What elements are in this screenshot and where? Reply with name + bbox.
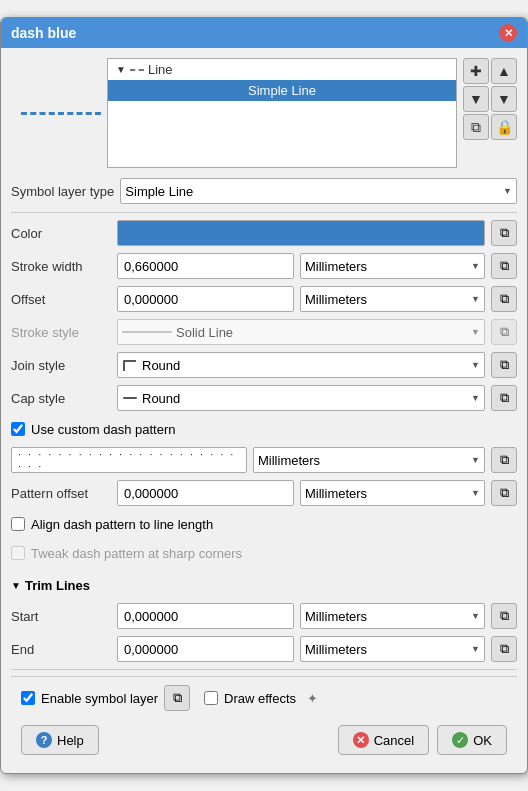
- offset-units[interactable]: Millimeters ▼ MillimetersPixelsPoints: [300, 286, 485, 312]
- stroke-style-arrow: ▼: [471, 327, 480, 337]
- trim-lines-header: ▼ Trim Lines: [11, 578, 517, 593]
- color-button[interactable]: [117, 220, 485, 246]
- align-dash-row: Align dash pattern to line length: [11, 512, 517, 536]
- cancel-button[interactable]: ✕ Cancel: [338, 725, 429, 755]
- dash-units[interactable]: Millimeters ▼ MillimetersPixelsPoints: [253, 447, 485, 473]
- color-row: Color ⧉: [11, 219, 517, 247]
- join-style-row: Join style Round ▼ RoundMiterBevel: [11, 351, 517, 379]
- offset-input[interactable]: [118, 287, 294, 311]
- remove-layer-button[interactable]: ▲: [491, 58, 517, 84]
- draw-effects-checkbox[interactable]: [204, 691, 218, 705]
- dash-pattern-dots: · · · · · · · · · · · · · · · · · · · · …: [18, 448, 240, 472]
- title-text: dash blue: [11, 25, 76, 41]
- trim-end-copy-btn[interactable]: ⧉: [491, 636, 517, 662]
- dialog-window: dash blue ✕ ▼ Line Simple Line ✚: [0, 17, 528, 774]
- align-dash-checkbox[interactable]: [11, 517, 25, 531]
- stroke-width-row: Stroke width ✕ ▲ ▼ Millimeters ▼ Mill: [11, 252, 517, 280]
- add-layer-button[interactable]: ✚: [463, 58, 489, 84]
- color-copy-btn[interactable]: ⧉: [491, 220, 517, 246]
- symbol-layer-type-row: Symbol layer type Simple Line ▼ Simple L…: [11, 178, 517, 204]
- stroke-style-row: Stroke style Solid Line ▼ ⧉: [11, 318, 517, 346]
- symbol-layer-type-label: Symbol layer type: [11, 184, 114, 199]
- stroke-width-units[interactable]: Millimeters ▼ MillimetersPixelsPoints: [300, 253, 485, 279]
- stroke-width-input[interactable]: [118, 254, 294, 278]
- dash-copy-btn[interactable]: ⧉: [491, 447, 517, 473]
- separator-1: [11, 212, 517, 213]
- layer-buttons: ✚ ▲ ▼ ▼ ⧉ 🔒: [463, 58, 517, 168]
- custom-dash-label[interactable]: Use custom dash pattern: [31, 422, 176, 437]
- trim-end-input-wrap[interactable]: ▲ ▼: [117, 636, 294, 662]
- down-layer-button[interactable]: ▼: [491, 86, 517, 112]
- join-style-copy-btn[interactable]: ⧉: [491, 352, 517, 378]
- tree-item-simple-line-label: Simple Line: [248, 83, 316, 98]
- offset-copy-btn[interactable]: ⧉: [491, 286, 517, 312]
- layer-tree[interactable]: ▼ Line Simple Line: [107, 58, 457, 168]
- stroke-width-copy-btn[interactable]: ⧉: [491, 253, 517, 279]
- cap-style-copy-btn[interactable]: ⧉: [491, 385, 517, 411]
- dialog-content: ▼ Line Simple Line ✚ ▲ ▼ ▼ ⧉: [1, 48, 527, 773]
- trim-lines-label: Trim Lines: [25, 578, 90, 593]
- symbol-layer-type-select[interactable]: Simple Line ▼ Simple Line Marker Line Ar…: [120, 178, 517, 204]
- tree-item-line[interactable]: ▼ Line: [108, 59, 456, 80]
- up-layer-button[interactable]: ▼: [463, 86, 489, 112]
- trim-start-input[interactable]: [118, 604, 294, 628]
- lock-layer-button[interactable]: 🔒: [491, 114, 517, 140]
- bottom-bar: Enable symbol layer ⧉ Draw effects ✦: [11, 676, 517, 719]
- duplicate-layer-button[interactable]: ⧉: [463, 114, 489, 140]
- trim-start-label: Start: [11, 609, 111, 624]
- layer-btn-row-2: ▼ ▼: [463, 86, 517, 112]
- offset-row: Offset ▲ ▼ Millimeters ▼ MillimetersPixe…: [11, 285, 517, 313]
- cancel-icon: ✕: [353, 732, 369, 748]
- tree-arrow: ▼: [116, 64, 126, 75]
- dash-pattern-preview[interactable]: · · · · · · · · · · · · · · · · · · · · …: [11, 447, 247, 473]
- draw-effects-icon: ✦: [302, 688, 322, 708]
- trim-end-units[interactable]: Millimeters ▼ MillimetersPixelsPoints: [300, 636, 485, 662]
- pattern-offset-row: Pattern offset ▲ ▼ Millimeters ▼ Millime…: [11, 479, 517, 507]
- trim-start-copy-btn[interactable]: ⧉: [491, 603, 517, 629]
- offset-input-wrap[interactable]: ▲ ▼: [117, 286, 294, 312]
- trim-lines-arrow[interactable]: ▼: [11, 580, 21, 591]
- layer-preview-area: [11, 58, 101, 168]
- pattern-offset-label: Pattern offset: [11, 486, 111, 501]
- align-dash-label[interactable]: Align dash pattern to line length: [31, 517, 213, 532]
- action-buttons-row: ? Help ✕ Cancel ✓ OK: [11, 719, 517, 763]
- enable-symbol-label[interactable]: Enable symbol layer: [41, 691, 158, 706]
- ok-cancel-group: ✕ Cancel ✓ OK: [338, 725, 507, 755]
- dashed-line-preview: [21, 112, 101, 115]
- pattern-offset-input-wrap[interactable]: ▲ ▼: [117, 480, 294, 506]
- layer-btn-row-3: ⧉ 🔒: [463, 114, 517, 140]
- trim-start-units[interactable]: Millimeters ▼ MillimetersPixelsPoints: [300, 603, 485, 629]
- tweak-dash-row: Tweak dash pattern at sharp corners: [11, 541, 517, 565]
- ok-label: OK: [473, 733, 492, 748]
- dash-pattern-preview-row: · · · · · · · · · · · · · · · · · · · · …: [11, 446, 517, 474]
- separator-bottom: [11, 669, 517, 670]
- tweak-dash-checkbox: [11, 546, 25, 560]
- ok-icon: ✓: [452, 732, 468, 748]
- trim-end-input[interactable]: [118, 637, 294, 661]
- cancel-label: Cancel: [374, 733, 414, 748]
- cap-style-label: Cap style: [11, 391, 111, 406]
- close-button[interactable]: ✕: [499, 24, 517, 42]
- stroke-style-display: Solid Line ▼: [122, 325, 480, 340]
- enable-symbol-copy-btn[interactable]: ⧉: [164, 685, 190, 711]
- trim-end-row: End ▲ ▼ Millimeters ▼ MillimetersPixelsP…: [11, 635, 517, 663]
- cap-style-select[interactable]: Round ▼ RoundFlatSquare: [117, 385, 485, 411]
- stroke-style-value: Solid Line: [176, 325, 233, 340]
- draw-effects-label[interactable]: Draw effects: [224, 691, 296, 706]
- enable-symbol-checkbox[interactable]: [21, 691, 35, 705]
- pattern-offset-units[interactable]: Millimeters ▼ MillimetersPixelsPoints: [300, 480, 485, 506]
- form-section: Color ⧉ Stroke width ✕ ▲ ▼ Millimete: [11, 219, 517, 663]
- offset-label: Offset: [11, 292, 111, 307]
- join-style-label: Join style: [11, 358, 111, 373]
- custom-dash-checkbox[interactable]: [11, 422, 25, 436]
- help-button[interactable]: ? Help: [21, 725, 99, 755]
- stroke-width-input-wrap[interactable]: ✕ ▲ ▼: [117, 253, 294, 279]
- join-style-select[interactable]: Round ▼ RoundMiterBevel: [117, 352, 485, 378]
- tree-item-simple-line[interactable]: Simple Line: [108, 80, 456, 101]
- ok-button[interactable]: ✓ OK: [437, 725, 507, 755]
- trim-start-input-wrap[interactable]: ▲ ▼: [117, 603, 294, 629]
- pattern-offset-input[interactable]: [118, 481, 294, 505]
- stroke-solid-icon: [122, 331, 172, 333]
- pattern-offset-copy-btn[interactable]: ⧉: [491, 480, 517, 506]
- stroke-style-label: Stroke style: [11, 325, 111, 340]
